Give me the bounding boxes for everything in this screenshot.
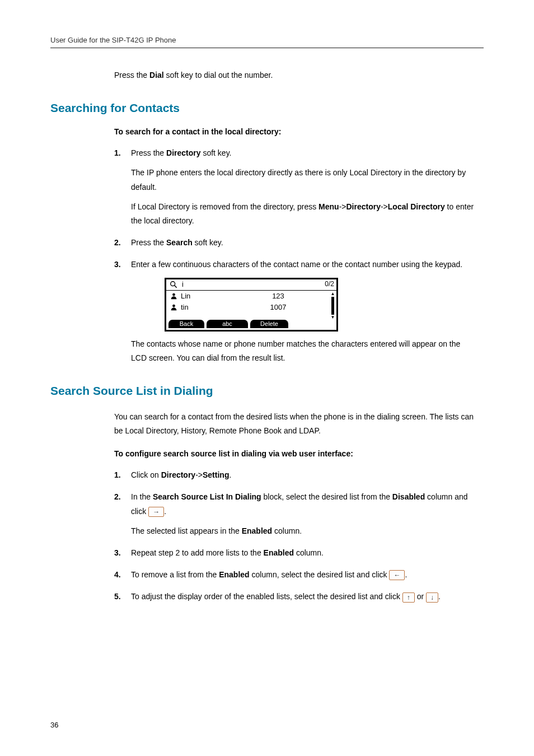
step-2: In the Search Source List In Dialing blo… — [114, 490, 478, 538]
softkey-delete: Delete — [250, 320, 288, 328]
svg-line-1 — [175, 286, 177, 288]
text: Enter a few continuous characters of the… — [131, 260, 462, 269]
directory-label: Directory — [161, 470, 195, 479]
scroll-thumb — [331, 297, 334, 315]
enabled-label: Enabled — [242, 526, 272, 535]
scroll-down-icon: ▼ — [331, 315, 335, 320]
setting-label: Setting — [203, 470, 229, 479]
person-icon — [166, 304, 181, 311]
lcd-contact-row: Lin 123 — [166, 291, 336, 302]
search-source-label: Search Source List In Dialing — [153, 492, 261, 501]
text: In the — [131, 492, 153, 501]
disabled-label: Disabled — [392, 492, 425, 501]
arrow-left-icon: ← — [389, 570, 405, 580]
step-4: To remove a list from the Enabled column… — [114, 568, 478, 582]
page-number: 36 — [50, 721, 58, 729]
lcd-count: 0/2 — [325, 278, 336, 291]
text: column. — [272, 526, 302, 535]
heading-searching-for-contacts: Searching for Contacts — [50, 101, 484, 115]
text: -> — [195, 470, 203, 479]
text: column, select the desired list and clic… — [250, 570, 390, 579]
text: Press the — [114, 71, 149, 80]
local-directory-label: Local Directory — [388, 202, 445, 211]
text: . — [229, 470, 231, 479]
text: soft key to dial out the number. — [164, 71, 273, 80]
menu-label: Menu — [318, 202, 339, 211]
text: . — [164, 507, 166, 516]
svg-point-2 — [172, 293, 175, 296]
header-rule — [50, 48, 484, 48]
text: Press the — [131, 148, 166, 157]
dial-label: Dial — [149, 71, 164, 80]
lcd-screen: i 0/2 Lin 123 tin 1007 — [165, 278, 338, 332]
text: block, select the desired list from the — [261, 492, 392, 501]
step-3: Repeat step 2 to add more lists to the E… — [114, 546, 478, 560]
text: Repeat step 2 to add more lists to the — [131, 548, 264, 557]
intro-para: Press the Dial soft key to dial out the … — [114, 68, 478, 82]
step-3: Enter a few continuous characters of the… — [114, 258, 478, 365]
heading-search-source-list: Search Source List in Dialing — [50, 384, 484, 398]
lcd-search-row: i 0/2 — [166, 279, 336, 291]
step-2: Press the Search soft key. — [114, 236, 478, 250]
arrow-down-icon: ↓ — [426, 592, 438, 603]
person-icon — [166, 292, 181, 300]
steps-configure-search-source: Click on Directory->Setting. In the Sear… — [114, 468, 478, 604]
contact-name: tin — [181, 301, 242, 314]
directory-label: Directory — [346, 202, 380, 211]
search-label: Search — [166, 238, 193, 247]
lcd-scrollbar: ▲ ▼ — [331, 292, 335, 320]
text: If Local Directory is removed from the d… — [131, 202, 318, 211]
step-1-detail-1: The IP phone enters the local directory … — [131, 166, 478, 194]
subhead-search-contact: To search for a contact in the local dir… — [114, 127, 478, 136]
step-2-detail: The selected list appears in the Enabled… — [131, 524, 478, 538]
step-1-detail-2: If Local Directory is removed from the d… — [131, 200, 478, 228]
arrow-up-icon: ↑ — [402, 592, 415, 603]
dialing-intro: You can search for a contact from the de… — [114, 410, 478, 438]
scroll-up-icon: ▲ — [331, 292, 335, 296]
text: soft key. — [201, 148, 232, 157]
search-icon — [166, 281, 181, 288]
directory-label: Directory — [166, 148, 200, 157]
step-3-after: The contacts whose name or phone number … — [131, 337, 478, 365]
text: -> — [381, 202, 388, 211]
svg-point-3 — [172, 305, 175, 307]
text: soft key. — [193, 238, 223, 247]
text: Press the — [131, 238, 166, 247]
softkey-abc: abc — [207, 320, 248, 328]
text: To adjust the display order of the enabl… — [131, 592, 402, 601]
text: or — [415, 592, 426, 601]
lcd-contact-row: tin 1007 — [166, 302, 336, 313]
step-5: To adjust the display order of the enabl… — [114, 590, 478, 604]
enabled-label: Enabled — [219, 570, 249, 579]
softkey-back: Back — [168, 320, 204, 328]
enabled-label: Enabled — [264, 548, 294, 557]
text: . — [405, 570, 407, 579]
text: The selected list appears in the — [131, 526, 242, 535]
text: . — [438, 592, 441, 601]
step-1: Press the Directory soft key. The IP pho… — [114, 146, 478, 228]
subhead-configure-search-source: To configure search source list in diali… — [114, 449, 478, 458]
text: To remove a list from the — [131, 570, 219, 579]
text: -> — [339, 202, 346, 211]
running-header: User Guide for the SIP-T42G IP Phone — [50, 36, 484, 44]
svg-point-0 — [171, 282, 175, 286]
text: column. — [294, 548, 324, 557]
text: Click on — [131, 470, 161, 479]
steps-search-contact: Press the Directory soft key. The IP pho… — [114, 146, 478, 365]
lcd-softkeys: Back abc Delete — [166, 318, 336, 330]
contact-number: 1007 — [242, 301, 336, 314]
arrow-right-icon: → — [148, 507, 164, 517]
lcd-figure: i 0/2 Lin 123 tin 1007 — [165, 278, 478, 332]
step-1: Click on Directory->Setting. — [114, 468, 478, 482]
